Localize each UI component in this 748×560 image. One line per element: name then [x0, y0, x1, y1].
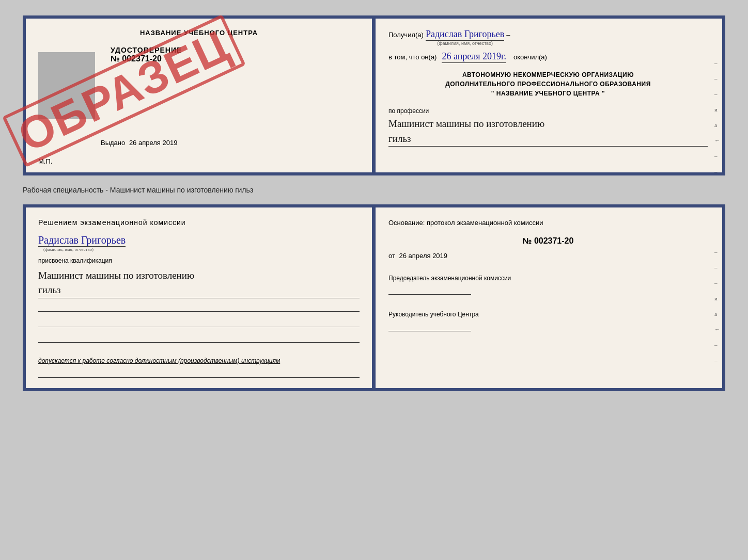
cert-number: № 002371-20 — [111, 54, 182, 63]
profession-line2: гильз — [388, 133, 411, 144]
top-doc-right: Получил(а) Радислав Григорьев (фамилия, … — [374, 19, 722, 172]
chairman-block: Председатель экзаменационной комиссии — [388, 274, 708, 295]
dopusk-text: допускается к работе согласно должностны… — [38, 357, 360, 364]
org-line3: " НАЗВАНИЕ УЧЕБНОГО ЦЕНТРА " — [388, 89, 708, 98]
recipient-name-bottom: Радислав Григорьев — [38, 234, 126, 247]
blank-line-2 — [38, 320, 360, 327]
received-line: Получил(а) Радислав Григорьев (фамилия, … — [388, 29, 708, 46]
finished-label: окончил(а) — [513, 53, 547, 61]
commission-heading: Решением экзаменационной комиссии — [38, 218, 360, 228]
top-document: НАЗВАНИЕ УЧЕБНОГО ЦЕНТРА УДОСТОВЕРЕНИЕ №… — [23, 15, 725, 175]
profession-line1: Машинист машины по изготовлению — [388, 118, 544, 129]
date-line: в том, что он(а) 26 апреля 2019г. окончи… — [388, 51, 708, 63]
dash: – — [506, 31, 510, 39]
basis-label: Основание: протокол экзаменационной коми… — [388, 218, 708, 228]
right-side-marks: – – – и а ← – – — [714, 60, 720, 174]
bottom-doc-right: Основание: протокол экзаменационной коми… — [374, 207, 722, 388]
top-title: НАЗВАНИЕ УЧЕБНОГО ЦЕНТРА — [38, 29, 360, 37]
protocol-number: № 002371-20 — [388, 236, 708, 246]
org-line2: ДОПОЛНИТЕЛЬНОГО ПРОФЕССИОНАЛЬНОГО ОБРАЗО… — [388, 79, 708, 89]
name-block-bottom: Радислав Григорьев (фамилия, имя, отчест… — [38, 234, 360, 252]
date-value: 26 апреля 2019 — [399, 252, 448, 260]
profession-text: Машинист машины по изготовлению гильз — [388, 117, 708, 147]
received-label: Получил(а) — [388, 31, 424, 39]
vydano-label: Выдано — [101, 139, 125, 147]
protocol-date: от 26 апреля 2019 — [388, 252, 708, 260]
cert-label: УДОСТОВЕРЕНИЕ — [111, 46, 182, 54]
in-that-label: в том, что он(а) — [388, 53, 437, 61]
vydano-row: Выдано 26 апреля 2019 — [101, 139, 177, 147]
photo-placeholder — [38, 52, 95, 119]
bottom-doc-left: Решением экзаменационной комиссии Радисл… — [26, 207, 374, 388]
director-sig-line — [388, 323, 471, 331]
profession-label: по профессии — [388, 107, 708, 115]
blank-line-3 — [38, 335, 360, 343]
name-subtext-bottom: (фамилия, имя, отчество) — [38, 247, 360, 252]
profession-block: по профессии Машинист машины по изготовл… — [388, 107, 708, 147]
bottom-right-side-marks: – – – и а ← – – — [714, 249, 720, 363]
date-prefix: от — [388, 252, 395, 260]
vydano-date: 26 апреля 2019 — [129, 139, 178, 147]
assigned-label: присвоена квалификация — [38, 257, 360, 264]
cert-block: УДОСТОВЕРЕНИЕ № 002371-20 — [111, 46, 182, 63]
director-block: Руководитель учебного Центра — [388, 310, 708, 331]
completion-date: 26 апреля 2019г. — [442, 51, 506, 63]
mp-label: М.П. — [38, 157, 52, 165]
qualification-block: Машинист машины по изготовлению гильз — [38, 268, 360, 298]
top-doc-left: НАЗВАНИЕ УЧЕБНОГО ЦЕНТРА УДОСТОВЕРЕНИЕ №… — [26, 19, 374, 172]
recipient-name: Радислав Григорьев — [426, 29, 504, 41]
blank-line-4 — [38, 371, 360, 378]
chairman-sig-line — [388, 286, 471, 295]
org-line1: АВТОНОМНУЮ НЕКОММЕРЧЕСКУЮ ОРГАНИЗАЦИЮ — [388, 70, 708, 79]
director-label: Руководитель учебного Центра — [388, 310, 708, 319]
org-block: АВТОНОМНУЮ НЕКОММЕРЧЕСКУЮ ОРГАНИЗАЦИЮ ДО… — [388, 70, 708, 98]
qual-line1: Машинист машины по изготовлению — [38, 270, 194, 281]
middle-label: Рабочая специальность - Машинист машины … — [23, 185, 725, 195]
qual-line2: гильз — [38, 284, 61, 295]
blank-line-1 — [38, 305, 360, 312]
name-subtext: (фамилия, имя, отчество) — [437, 41, 493, 46]
chairman-label: Председатель экзаменационной комиссии — [388, 274, 708, 283]
bottom-document: Решением экзаменационной комиссии Радисл… — [23, 204, 725, 391]
